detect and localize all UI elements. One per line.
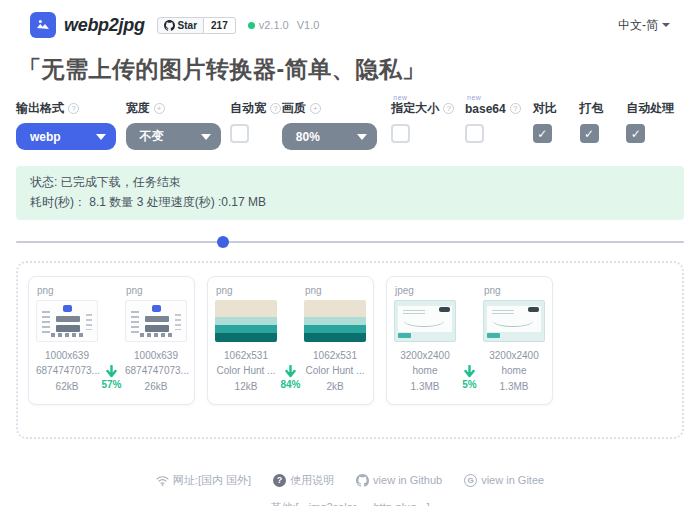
github-link[interactable]: view in Github xyxy=(356,474,442,487)
source-column: png 1000x639 6874747073... 62kB xyxy=(36,285,98,395)
quality-select[interactable]: 80% xyxy=(282,123,377,150)
specify-size-group: new 指定大小? xyxy=(391,101,465,143)
source-format-label: jpeg xyxy=(395,285,456,296)
reduction-percent: 84% xyxy=(280,379,300,390)
image-name: 6874747073... xyxy=(125,363,187,379)
header: webp2jpg Star 217 v2.1.0 V1.0 中文-简 xyxy=(0,0,700,38)
img2color-link[interactable]: img2color xyxy=(309,501,357,506)
star-count-badge[interactable]: 217 xyxy=(204,17,236,34)
reduction-arrow-icon xyxy=(106,365,117,378)
conversion-card[interactable]: jpeg 3200x2400 home 1.3MB 5% png xyxy=(386,276,553,406)
reduction-percent: 5% xyxy=(462,379,476,390)
version-alt-label: V1.0 xyxy=(297,19,320,31)
gitee-icon: G xyxy=(464,474,477,487)
source-format-label: png xyxy=(37,285,98,296)
pack-checkbox[interactable] xyxy=(580,124,599,143)
output-format-select[interactable]: webp xyxy=(16,123,116,150)
status-dot-icon xyxy=(248,22,255,29)
result-thumbnail[interactable] xyxy=(304,300,366,342)
source-column: png 1062x531 Color Hunt ... 12kB xyxy=(215,285,277,395)
auto-process-group: 自动处理 xyxy=(626,101,684,143)
image-dimensions: 1000x639 xyxy=(36,348,98,364)
quality-group: 画质+ 80% xyxy=(282,101,392,150)
network-icon xyxy=(156,475,169,486)
source-thumbnail[interactable] xyxy=(36,300,98,342)
image-name: 6874747073... xyxy=(36,363,98,379)
new-badge: new xyxy=(393,94,407,101)
progress-slider[interactable] xyxy=(16,235,684,249)
webp2jpg-app: webp2jpg Star 217 v2.1.0 V1.0 中文-简 「无需上传… xyxy=(0,0,700,506)
width-select[interactable]: 不变 xyxy=(126,123,221,150)
result-thumbnail[interactable] xyxy=(125,300,187,342)
pack-group: 打包 xyxy=(580,101,627,143)
image-size: 2kB xyxy=(304,379,366,395)
image-dimensions: 1062x531 xyxy=(304,348,366,364)
result-column: png 1000x639 6874747073... 26kB xyxy=(125,285,187,395)
result-column: png 3200x2400 home 1.3MB xyxy=(483,285,545,395)
reduction-arrow-icon xyxy=(464,365,475,378)
add-option-icon[interactable]: + xyxy=(310,103,321,114)
new-badge: new xyxy=(467,94,481,101)
github-star-widget: Star 217 xyxy=(157,17,236,34)
info-icon[interactable]: ? xyxy=(270,103,281,114)
chevron-down-icon xyxy=(96,134,106,140)
image-name: Color Hunt ... xyxy=(215,363,277,379)
info-icon[interactable]: ? xyxy=(510,103,521,114)
reduction-arrow-icon xyxy=(285,365,296,378)
result-column: png 1062x531 Color Hunt ... 2kB xyxy=(304,285,366,395)
octocat-icon xyxy=(164,20,175,31)
http-plug-link[interactable]: http-plug xyxy=(374,501,417,506)
image-size: 62kB xyxy=(36,379,98,395)
page-title: 「无需上传的图片转换器-简单、隐私」 xyxy=(18,54,682,85)
site-mirrors-link[interactable]: 网址:[国内 国外] xyxy=(156,473,251,488)
slider-thumb[interactable] xyxy=(217,236,229,248)
add-option-icon[interactable]: + xyxy=(154,103,165,114)
base64-checkbox[interactable] xyxy=(465,124,484,143)
slider-track[interactable] xyxy=(16,241,684,243)
auto-width-group: 自动宽? xyxy=(230,101,282,143)
result-thumbnail[interactable] xyxy=(483,300,545,342)
drop-zone[interactable]: png 1000x639 6874747073... 62kB 57% png xyxy=(16,261,684,439)
usage-guide-link[interactable]: ? 使用说明 xyxy=(273,473,334,488)
controls-bar: 输出格式? webp 宽度+ 不变 自动宽? 画质+ 80% new 指定大小?… xyxy=(16,101,684,150)
image-size: 1.3MB xyxy=(483,379,545,395)
status-line-1: 状态: 已完成下载，任务结束 xyxy=(30,173,670,193)
reduction-percent: 57% xyxy=(101,379,121,390)
image-name: home xyxy=(483,363,545,379)
info-icon[interactable]: ? xyxy=(68,103,79,114)
auto-process-checkbox[interactable] xyxy=(626,124,645,143)
source-thumbnail[interactable] xyxy=(215,300,277,342)
auto-width-checkbox[interactable] xyxy=(230,124,249,143)
github-icon xyxy=(356,474,369,487)
question-circle-icon: ? xyxy=(273,474,286,487)
image-size: 26kB xyxy=(125,379,187,395)
chevron-down-icon xyxy=(357,134,367,140)
status-box: 状态: 已完成下载，任务结束 耗时(秒)： 8.1 数量 3 处理速度(秒) :… xyxy=(16,166,684,220)
language-selector[interactable]: 中文-简 xyxy=(618,17,670,34)
source-column: jpeg 3200x2400 home 1.3MB xyxy=(394,285,456,395)
image-name: home xyxy=(394,363,456,379)
conversion-card[interactable]: png 1000x639 6874747073... 62kB 57% png xyxy=(28,276,195,406)
conversion-card[interactable]: png 1062x531 Color Hunt ... 12kB 84% png… xyxy=(207,276,374,406)
app-logo-icon xyxy=(30,12,56,38)
image-dimensions: 1062x531 xyxy=(215,348,277,364)
footer-links: 网址:[国内 国外] ? 使用说明 view in Github G view … xyxy=(0,473,700,488)
specify-size-checkbox[interactable] xyxy=(391,124,410,143)
version-label: v2.1.0 xyxy=(259,19,289,31)
github-star-button[interactable]: Star xyxy=(157,17,204,34)
image-size: 12kB xyxy=(215,379,277,395)
image-dimensions: 3200x2400 xyxy=(394,348,456,364)
info-icon[interactable]: ? xyxy=(443,103,454,114)
image-size: 1.3MB xyxy=(394,379,456,395)
result-format-label: png xyxy=(126,285,187,296)
compare-checkbox[interactable] xyxy=(533,124,552,143)
status-line-2: 耗时(秒)： 8.1 数量 3 处理速度(秒) :0.17 MB xyxy=(30,193,670,213)
others-suffix: ] xyxy=(426,501,429,506)
others-prefix: 其他:[ xyxy=(271,501,299,506)
footer-others: 其他:[ img2color http-plug ] xyxy=(0,500,700,506)
gitee-link[interactable]: G view in Gitee xyxy=(464,474,544,487)
source-thumbnail[interactable] xyxy=(394,300,456,342)
image-dimensions: 3200x2400 xyxy=(483,348,545,364)
base64-group: new base64? xyxy=(465,101,533,143)
image-dimensions: 1000x639 xyxy=(125,348,187,364)
